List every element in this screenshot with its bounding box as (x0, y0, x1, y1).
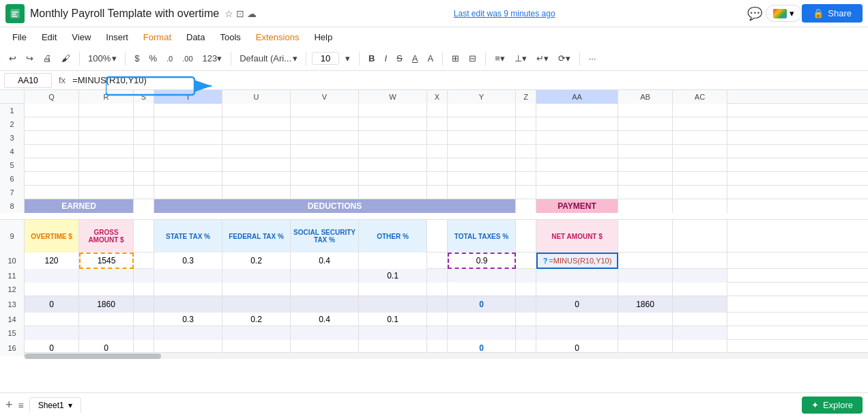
menu-data[interactable]: Data (179, 30, 212, 44)
currency-button[interactable]: $ (131, 51, 143, 66)
cell-Y7[interactable] (448, 186, 516, 199)
cell-S11[interactable] (134, 269, 154, 283)
col-total-taxes-pct-header[interactable]: TOTAL TAXES % (448, 220, 516, 253)
scrollbar-thumb[interactable] (25, 354, 161, 359)
cell-V14[interactable]: 0.4 (291, 313, 359, 326)
cell-Y14[interactable] (448, 313, 516, 326)
cell-T11[interactable] (154, 269, 222, 283)
cell-T13[interactable] (154, 296, 222, 313)
cell-U11[interactable] (222, 269, 291, 283)
cell-Q6[interactable] (25, 172, 79, 186)
align-v-button[interactable]: ⊥▾ (511, 51, 530, 66)
cell-AB2[interactable] (618, 117, 673, 131)
cell-T4[interactable] (154, 145, 222, 158)
cell-Z11[interactable] (516, 269, 536, 283)
col-header-V[interactable]: V (291, 90, 359, 104)
col-state-tax-header[interactable]: STATE TAX % (154, 220, 222, 253)
cell-X9[interactable] (427, 220, 448, 253)
menu-format[interactable]: Format (136, 30, 178, 44)
cell-Y1[interactable] (448, 104, 516, 117)
cell-V12[interactable] (291, 283, 359, 296)
cell-Y3[interactable] (448, 131, 516, 145)
cell-X13[interactable] (427, 296, 448, 313)
cell-Q13[interactable]: 0 (25, 296, 79, 313)
zoom-dropdown[interactable]: 100% ▾ (85, 52, 119, 65)
cell-S7[interactable] (134, 186, 154, 199)
cell-Q2[interactable] (25, 117, 79, 131)
fill-color-button[interactable]: A (424, 51, 437, 66)
col-header-X[interactable]: X (427, 90, 448, 104)
cell-AC1[interactable] (673, 104, 727, 117)
cell-S6[interactable] (134, 172, 154, 186)
col-header-AB[interactable]: AB (618, 90, 673, 104)
explore-button[interactable]: ✦ Explore (802, 397, 863, 414)
cell-AC7[interactable] (673, 186, 727, 199)
cell-W13[interactable] (359, 296, 427, 313)
cell-U14[interactable]: 0.2 (222, 313, 291, 326)
col-header-Y[interactable]: Y (448, 90, 516, 104)
cell-X11[interactable] (427, 269, 448, 283)
col-header-Z[interactable]: Z (516, 90, 536, 104)
text-wrap-button[interactable]: ↵▾ (533, 51, 552, 66)
cell-T15[interactable] (154, 326, 222, 340)
folder-icon[interactable]: ⊡ (236, 8, 244, 19)
cell-Q3[interactable] (25, 131, 79, 145)
cell-U5[interactable] (222, 158, 291, 172)
cell-AB10[interactable] (618, 253, 673, 269)
cell-X6[interactable] (427, 172, 448, 186)
cell-Q4[interactable] (25, 145, 79, 158)
cell-AB1[interactable] (618, 104, 673, 117)
cell-R2[interactable] (79, 117, 134, 131)
cell-AA15[interactable] (536, 326, 618, 340)
cell-AC8[interactable] (673, 199, 727, 213)
cell-AA13[interactable]: 0 (536, 296, 618, 313)
cell-AB11[interactable] (618, 269, 673, 283)
cell-AC14[interactable] (673, 313, 727, 326)
cell-R13[interactable]: 1860 (79, 296, 134, 313)
cell-S1[interactable] (134, 104, 154, 117)
menu-file[interactable]: File (5, 30, 33, 44)
decimal-increase-button[interactable]: .00 (179, 53, 196, 65)
col-payment-net-header[interactable]: NET AMOUNT $ (536, 220, 618, 253)
cell-W14[interactable]: 0.1 (359, 313, 427, 326)
sheets-list-button[interactable]: ≡ (18, 400, 24, 411)
col-header-AC[interactable]: AC (673, 90, 727, 104)
cell-U2[interactable] (222, 117, 291, 131)
cell-U13[interactable] (222, 296, 291, 313)
cell-X14[interactable] (427, 313, 448, 326)
cell-T1[interactable] (154, 104, 222, 117)
underline-button[interactable]: A (409, 51, 422, 66)
cell-R12[interactable] (79, 283, 134, 296)
cell-S4[interactable] (134, 145, 154, 158)
cell-AA12[interactable] (536, 283, 618, 296)
cell-Q5[interactable] (25, 158, 79, 172)
cell-R10[interactable]: 1545 (79, 253, 134, 269)
cell-AA4[interactable] (536, 145, 618, 158)
cell-Z12[interactable] (516, 283, 536, 296)
decimal-decrease-button[interactable]: .0 (163, 53, 176, 65)
menu-edit[interactable]: Edit (35, 30, 63, 44)
cell-Z15[interactable] (516, 326, 536, 340)
cell-AB6[interactable] (618, 172, 673, 186)
cell-S3[interactable] (134, 131, 154, 145)
cell-S15[interactable] (134, 326, 154, 340)
cell-V5[interactable] (291, 158, 359, 172)
more-toolbar-button[interactable]: ··· (585, 51, 600, 66)
cell-AA14[interactable] (536, 313, 618, 326)
cell-AC13[interactable] (673, 296, 727, 313)
cell-R7[interactable] (79, 186, 134, 199)
deductions-header-cell[interactable]: DEDUCTIONS (154, 199, 516, 213)
cell-R15[interactable] (79, 326, 134, 340)
cell-V3[interactable] (291, 131, 359, 145)
col-gross-header[interactable]: GROSS AMOUNT $ (79, 220, 134, 253)
cell-reference-input[interactable] (4, 73, 52, 88)
menu-extensions[interactable]: Extensions (249, 30, 306, 44)
cell-Y15[interactable] (448, 326, 516, 340)
cell-T7[interactable] (154, 186, 222, 199)
col-header-Q[interactable]: Q (25, 90, 79, 104)
cell-T14[interactable]: 0.3 (154, 313, 222, 326)
cell-AA2[interactable] (536, 117, 618, 131)
cell-Z5[interactable] (516, 158, 536, 172)
horizontal-scrollbar[interactable] (25, 352, 868, 359)
cell-Z14[interactable] (516, 313, 536, 326)
